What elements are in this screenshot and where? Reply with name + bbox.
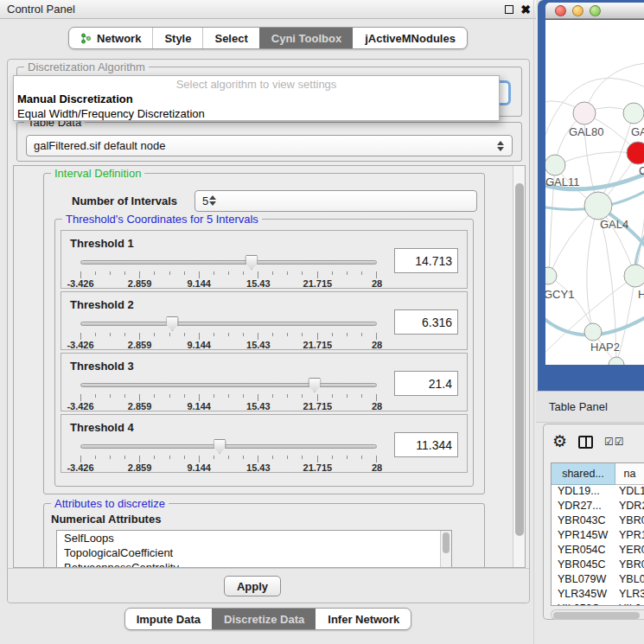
horizontal-scrollbar[interactable] — [551, 609, 644, 620]
dropdown-option-manual-discretization[interactable]: Manual Discretization — [14, 92, 499, 106]
table-row[interactable]: YPR145WYPR1 — [552, 529, 644, 544]
cell-name: YER0 — [615, 544, 644, 558]
panel-title: Control Panel — [7, 0, 75, 19]
number-of-intervals-combobox[interactable]: 5 — [194, 190, 477, 212]
control-panel-tabs: NetworkStyleSelectCyni ToolboxjActiveMNo… — [68, 27, 468, 49]
network-node-red-node[interactable] — [627, 142, 644, 164]
float-window-icon[interactable] — [505, 5, 513, 14]
close-traffic-light-icon[interactable] — [555, 5, 566, 16]
threshold-slider[interactable]: -3.4262.8599.14415.4321.71528 — [73, 439, 384, 472]
attribute-list-item[interactable]: BetweennessCentrality — [57, 560, 451, 568]
slider-thumb[interactable] — [245, 255, 258, 270]
network-graph: GAL80GACGAL11GAL4GCY1HHAP2 — [545, 20, 644, 365]
network-node-gal-partial[interactable] — [623, 103, 644, 124]
slider-thumb[interactable] — [308, 378, 321, 392]
number-of-intervals-label: Number of Intervals — [72, 194, 194, 207]
cell-shared-name: YDR27... — [552, 500, 615, 514]
tab-select[interactable]: Select — [202, 28, 258, 48]
cyni-toolbox-panel: Discretization Algorithm Table Data galF… — [7, 59, 530, 603]
zoom-traffic-light-icon[interactable] — [590, 5, 601, 16]
slider-track[interactable] — [80, 260, 377, 265]
network-node-hap2[interactable] — [584, 323, 602, 341]
scrollbar-thumb[interactable] — [515, 183, 524, 536]
select-columns-checkboxes-icon[interactable]: ☑☑ — [604, 436, 625, 448]
slider-track[interactable] — [80, 322, 377, 326]
cell-shared-name: YBR045C — [552, 558, 615, 573]
network-node-gal4[interactable] — [584, 192, 612, 220]
network-edge — [555, 152, 638, 165]
network-node-gal11[interactable] — [545, 155, 565, 175]
table-row[interactable]: YLR345WYLR3 — [552, 588, 644, 603]
network-node-gal80[interactable] — [573, 102, 596, 124]
table-row[interactable]: YBR043CYBR0 — [552, 514, 644, 529]
threshold-slider[interactable]: -3.4262.8599.14415.4321.71528 — [73, 255, 384, 288]
threshold-value-field[interactable] — [394, 371, 458, 396]
network-node-bottom-partial[interactable] — [609, 357, 624, 365]
attribute-list-item[interactable]: SelfLoops — [57, 531, 451, 545]
cell-shared-name: YDL19... — [552, 485, 615, 500]
tab-impute-data[interactable]: Impute Data — [125, 609, 212, 629]
threshold-value-field[interactable] — [394, 248, 458, 273]
slider-track[interactable] — [80, 383, 377, 387]
column-header-shared-name[interactable]: shared... — [552, 463, 615, 485]
group-title: Discretization Algorithm — [24, 61, 149, 73]
cell-name: YLR3 — [615, 588, 644, 603]
cell-shared-name: YPR145W — [552, 529, 615, 544]
minimize-traffic-light-icon[interactable] — [572, 5, 583, 16]
network-canvas[interactable]: GAL80GACGAL11GAL4GCY1HHAP2 — [545, 20, 644, 365]
close-icon[interactable]: ✖ — [520, 2, 531, 17]
column-header-name[interactable]: na — [615, 463, 644, 485]
attribute-list-item[interactable]: TopologicalCoefficient — [57, 545, 451, 560]
scale-tick-label: 15.43 — [246, 462, 271, 473]
scrollbar-thumb[interactable] — [553, 612, 640, 619]
table-row[interactable]: YBR045CYBR0 — [552, 558, 644, 573]
table-row[interactable]: YER054CYER0 — [552, 544, 644, 558]
scale-tick-label: -3.426 — [67, 462, 93, 473]
tab-label: Discretize Data — [224, 613, 304, 626]
apply-button[interactable]: Apply — [224, 576, 281, 596]
scale-tick-label: 15.43 — [246, 278, 271, 289]
slider-track[interactable] — [80, 444, 377, 449]
network-node-h-partial[interactable] — [624, 265, 644, 287]
table-row[interactable]: YDL19...YDL1 — [552, 485, 644, 500]
columns-icon[interactable] — [578, 436, 593, 449]
cell-name: YPR1 — [615, 529, 644, 544]
threshold-slider[interactable]: -3.4262.8599.14415.4321.71528 — [73, 316, 384, 349]
tab-discretize-data[interactable]: Discretize Data — [212, 609, 316, 629]
tab-jactivemnodules[interactable]: jActiveMNodules — [353, 28, 467, 48]
scale-tick-label: 9.144 — [187, 401, 211, 411]
tab-style[interactable]: Style — [152, 28, 202, 48]
slider-thumb[interactable] — [166, 316, 179, 331]
scale-tick-label: 9.144 — [187, 462, 211, 473]
tab-network[interactable]: Network — [69, 28, 152, 48]
control-panel-titlebar: Control Panel ✖ — [0, 0, 536, 19]
list-scrollbar[interactable] — [440, 531, 451, 568]
network-view-window: GAL80GACGAL11GAL4GCY1HHAP2 — [538, 0, 644, 391]
cell-shared-name: YIL052C — [552, 603, 615, 606]
scale-tick-label: 21.715 — [303, 278, 333, 289]
vertical-scrollbar[interactable] — [513, 166, 525, 567]
tab-infer-network[interactable]: Infer Network — [316, 609, 411, 629]
dropdown-option-equal-width-frequency[interactable]: Equal Width/Frequency Discretization — [14, 106, 499, 121]
threshold-value-field[interactable] — [394, 309, 458, 335]
interval-definition-group: Interval Definition Number of Intervals … — [43, 173, 485, 494]
table-panel: ⚙ ☑☑ shared... na YDL19...YDL1YDR27...YD… — [543, 424, 644, 620]
node-table: shared... na YDL19...YDL1YDR27...YDR2YBR… — [551, 462, 644, 606]
table-data-combobox[interactable]: galFiltered.sif default node — [26, 135, 513, 156]
network-node-gcy1[interactable] — [545, 267, 557, 284]
table-row[interactable]: YDR27...YDR2 — [552, 500, 644, 514]
table-row[interactable]: YIL052CYIL0 — [552, 603, 644, 606]
group-title: Threshold's Coordinates for 5 Intervals — [62, 213, 262, 226]
table-row[interactable]: YBL079WYBL0 — [552, 573, 644, 588]
tab-cyni-toolbox[interactable]: Cyni Toolbox — [259, 28, 353, 48]
dropdown-prompt: Select algorithm to view settings — [14, 76, 499, 92]
node-label-gal4: GAL4 — [600, 218, 628, 231]
gear-icon[interactable]: ⚙ — [552, 431, 567, 452]
threshold-value-field[interactable] — [394, 432, 458, 457]
tab-label: Impute Data — [137, 613, 201, 626]
slider-ticks — [80, 456, 377, 462]
threshold-slider[interactable]: -3.4262.8599.14415.4321.71528 — [73, 378, 384, 411]
numerical-attributes-list[interactable]: SelfLoopsTopologicalCoefficientBetweenne… — [56, 530, 452, 568]
scale-tick-label: 9.144 — [187, 278, 211, 289]
slider-thumb[interactable] — [214, 439, 226, 454]
